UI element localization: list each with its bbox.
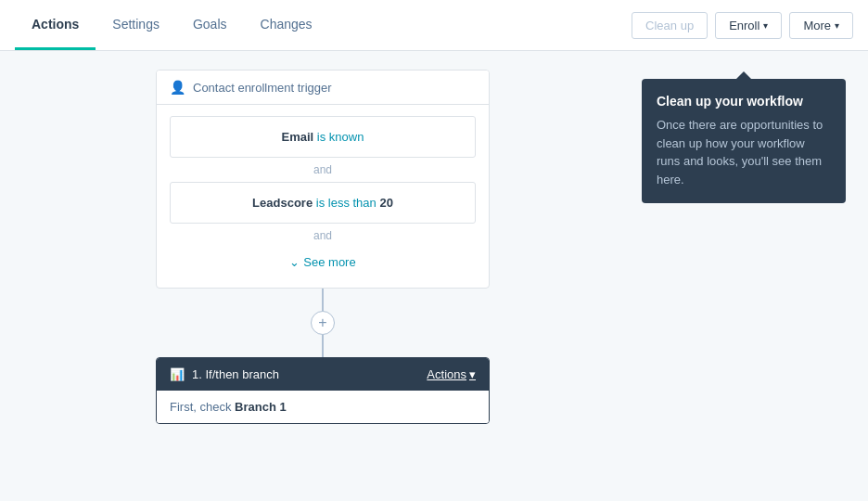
- condition-email[interactable]: Email is known: [170, 116, 476, 158]
- and-separator-1: and: [170, 158, 476, 182]
- tab-goals[interactable]: Goals: [176, 0, 244, 50]
- see-more-label: See more: [303, 255, 355, 269]
- trigger-card-body: Email is known and Leadscore is less tha…: [157, 105, 489, 288]
- condition-leadscore[interactable]: Leadscore is less than 20: [170, 182, 476, 224]
- nav-action-buttons: Clean up Enroll ▾ More ▾: [632, 12, 853, 39]
- and-separator-2: and: [170, 224, 476, 248]
- branch-body-bold: Branch 1: [235, 400, 287, 414]
- leadscore-field-label: Leadscore: [252, 196, 313, 210]
- top-navigation: Actions Settings Goals Changes Clean up …: [0, 0, 868, 51]
- email-field-label: Email: [282, 130, 314, 144]
- tab-actions[interactable]: Actions: [15, 0, 96, 50]
- more-chevron-icon: ▾: [835, 20, 839, 31]
- workflow-canvas: 👤 Contact enrollment trigger Email is kn…: [22, 70, 623, 482]
- branch-card: 📊 1. If/then branch Actions ▾ First, che…: [156, 357, 490, 424]
- branch-header-left: 📊 1. If/then branch: [170, 367, 279, 381]
- cleanup-button[interactable]: Clean up: [632, 12, 708, 39]
- enroll-label: Enroll: [729, 19, 760, 32]
- tooltip-body: Once there are opportunities to clean up…: [657, 116, 831, 188]
- branch-actions-button[interactable]: Actions ▾: [427, 367, 476, 381]
- branch-card-header: 📊 1. If/then branch Actions ▾: [157, 358, 489, 391]
- cleanup-tooltip: Clean up your workflow Once there are op…: [642, 79, 846, 203]
- connector: +: [311, 289, 335, 357]
- branch-card-body: First, check Branch 1: [157, 391, 489, 423]
- see-more-chevron-icon: ⌄: [289, 255, 300, 269]
- branch-icon: 📊: [170, 367, 185, 381]
- add-step-button[interactable]: +: [311, 311, 335, 335]
- more-label: More: [803, 19, 831, 32]
- email-operator: is known: [317, 130, 364, 144]
- plus-icon: +: [318, 315, 326, 331]
- branch-body-text: First, check: [170, 400, 235, 414]
- trigger-card-title: Contact enrollment trigger: [193, 81, 332, 95]
- branch-actions-chevron-icon: ▾: [469, 367, 476, 381]
- main-content: 👤 Contact enrollment trigger Email is kn…: [0, 51, 868, 501]
- connector-line-bottom: [322, 335, 324, 357]
- more-button[interactable]: More ▾: [789, 12, 853, 39]
- enroll-button[interactable]: Enroll ▾: [715, 12, 782, 39]
- enroll-chevron-icon: ▾: [763, 20, 768, 31]
- nav-tabs: Actions Settings Goals Changes: [15, 0, 632, 50]
- branch-actions-label: Actions: [427, 367, 466, 381]
- tooltip-title: Clean up your workflow: [657, 94, 831, 109]
- leadscore-operator: is less than: [316, 196, 380, 210]
- connector-line-top: [322, 289, 324, 311]
- person-icon: 👤: [170, 80, 185, 95]
- tab-changes[interactable]: Changes: [244, 0, 329, 50]
- trigger-card-header: 👤 Contact enrollment trigger: [157, 71, 489, 105]
- tab-settings[interactable]: Settings: [96, 0, 176, 50]
- see-more-button[interactable]: ⌄ See more: [170, 248, 476, 276]
- leadscore-value: 20: [379, 196, 392, 210]
- trigger-card: 👤 Contact enrollment trigger Email is kn…: [156, 70, 490, 289]
- branch-card-title: 1. If/then branch: [192, 367, 279, 381]
